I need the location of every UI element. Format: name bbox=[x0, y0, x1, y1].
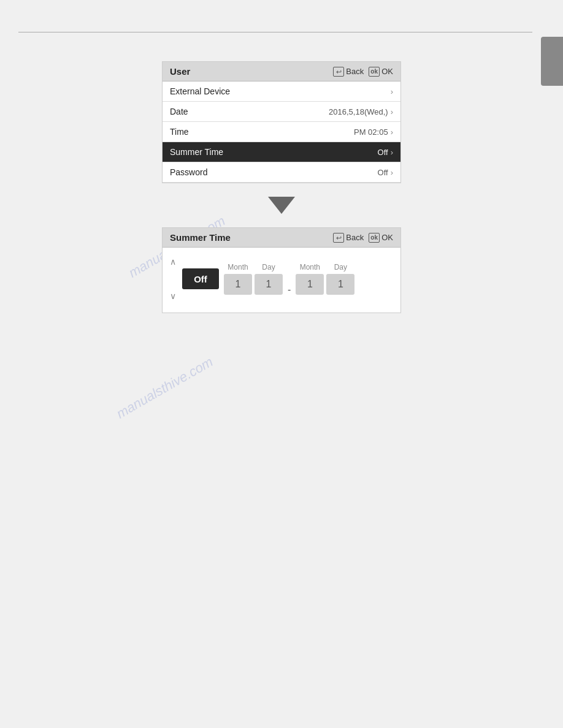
password-label: Password bbox=[170, 167, 207, 177]
external-device-label: External Device bbox=[170, 86, 230, 96]
summer-time-chevron: › bbox=[391, 148, 393, 157]
start-day-header: Day bbox=[262, 263, 275, 271]
summer-back-btn[interactable]: ↩ Back bbox=[333, 233, 364, 243]
menu-row-summer-time[interactable]: Summer Time Off › bbox=[163, 142, 400, 162]
user-panel-header: User ↩ Back ok OK bbox=[163, 62, 400, 82]
user-ok-btn[interactable]: ok OK bbox=[369, 67, 393, 77]
user-panel: User ↩ Back ok OK External Device › Date bbox=[162, 61, 401, 183]
watermark-2: manualsthive.com bbox=[113, 354, 216, 422]
summer-time-panel-header: Summer Time ↩ Back ok OK bbox=[163, 228, 400, 248]
external-device-value: › bbox=[391, 87, 393, 96]
start-day-value[interactable]: 1 bbox=[255, 274, 283, 295]
date-chevron: › bbox=[391, 107, 393, 116]
summer-back-icon: ↩ bbox=[333, 233, 344, 243]
password-value-text: Off bbox=[378, 168, 388, 177]
summer-ok-icon: ok bbox=[369, 233, 380, 243]
start-month-header: Month bbox=[228, 263, 248, 271]
summer-panel-body: ∧ ∨ Off Month 1 Day 1 - Mon bbox=[163, 248, 400, 313]
summer-time-panel-controls: ↩ Back ok OK bbox=[333, 233, 393, 243]
date-value: 2016,5,18(Wed,) › bbox=[329, 107, 393, 116]
start-month-value[interactable]: 1 bbox=[224, 274, 252, 295]
date-value-text: 2016,5,18(Wed,) bbox=[329, 107, 388, 116]
end-month-group: Month 1 bbox=[296, 263, 324, 295]
content-area: User ↩ Back ok OK External Device › Date bbox=[0, 37, 563, 313]
user-back-btn[interactable]: ↩ Back bbox=[333, 67, 364, 77]
end-day-group: Day 1 bbox=[326, 263, 354, 295]
top-divider bbox=[18, 32, 532, 32]
user-panel-controls: ↩ Back ok OK bbox=[333, 67, 393, 77]
menu-row-external-device[interactable]: External Device › bbox=[163, 82, 400, 102]
menu-row-time[interactable]: Time PM 02:05 › bbox=[163, 122, 400, 142]
password-chevron: › bbox=[391, 168, 393, 177]
summer-time-value-text: Off bbox=[378, 148, 388, 157]
summer-ok-label: OK bbox=[381, 233, 393, 242]
start-day-group: Day 1 bbox=[255, 263, 283, 295]
summer-ok-btn[interactable]: ok OK bbox=[369, 233, 393, 243]
off-arrow-col: ∧ ∨ bbox=[170, 257, 176, 300]
summer-time-label: Summer Time bbox=[170, 147, 223, 157]
user-ok-label: OK bbox=[381, 67, 393, 76]
ok-icon: ok bbox=[369, 67, 380, 77]
end-day-value[interactable]: 1 bbox=[326, 274, 354, 295]
end-month-header: Month bbox=[300, 263, 320, 271]
time-chevron: › bbox=[391, 127, 393, 137]
user-back-label: Back bbox=[346, 67, 364, 76]
time-value-text: PM 02:05 bbox=[354, 127, 388, 137]
up-arrow[interactable]: ∧ bbox=[170, 257, 176, 266]
off-box[interactable]: Off bbox=[182, 268, 219, 289]
end-month-value[interactable]: 1 bbox=[296, 274, 324, 295]
dash-separator: - bbox=[288, 284, 291, 300]
summer-time-controls-row: ∧ ∨ Off Month 1 Day 1 - Mon bbox=[170, 257, 393, 300]
date-label: Date bbox=[170, 107, 188, 116]
summer-time-panel: Summer Time ↩ Back ok OK ∧ ∨ bbox=[162, 227, 401, 313]
user-panel-title: User bbox=[170, 66, 190, 77]
time-label: Time bbox=[170, 127, 189, 137]
time-value: PM 02:05 › bbox=[354, 127, 393, 137]
summer-time-value: Off › bbox=[378, 148, 393, 157]
external-device-chevron: › bbox=[391, 87, 393, 96]
menu-row-date[interactable]: Date 2016,5,18(Wed,) › bbox=[163, 102, 400, 122]
summer-back-label: Back bbox=[346, 233, 364, 242]
start-month-group: Month 1 bbox=[224, 263, 252, 295]
down-arrow[interactable]: ∨ bbox=[170, 292, 176, 300]
end-day-header: Day bbox=[334, 263, 347, 271]
summer-time-panel-title: Summer Time bbox=[170, 232, 231, 243]
down-arrow-indicator bbox=[268, 197, 295, 214]
back-icon: ↩ bbox=[333, 67, 344, 77]
password-value: Off › bbox=[378, 168, 393, 177]
menu-row-password[interactable]: Password Off › bbox=[163, 162, 400, 183]
